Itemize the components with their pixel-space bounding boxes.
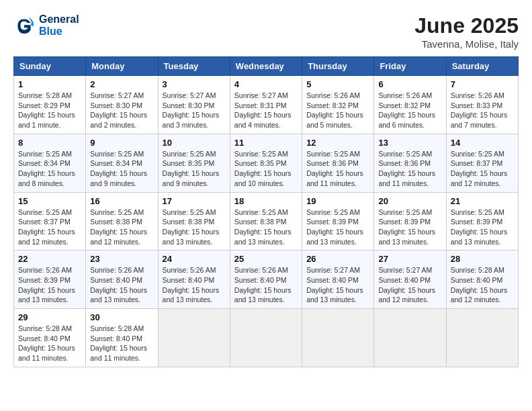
calendar-cell: 23Sunrise: 5:26 AMSunset: 8:40 PMDayligh… (86, 250, 158, 309)
calendar-cell: 22Sunrise: 5:26 AMSunset: 8:39 PMDayligh… (14, 250, 86, 309)
day-number: 29 (18, 312, 81, 322)
calendar-cell: 8Sunrise: 5:25 AMSunset: 8:34 PMDaylight… (14, 134, 86, 192)
day-number: 25 (234, 254, 298, 264)
day-detail: Sunrise: 5:26 AMSunset: 8:39 PMDaylight:… (18, 265, 81, 305)
day-detail: Sunrise: 5:25 AMSunset: 8:34 PMDaylight:… (90, 149, 153, 189)
page-header: General Blue June 2025 Tavenna, Molise, … (13, 13, 519, 50)
calendar-cell: 27Sunrise: 5:27 AMSunset: 8:40 PMDayligh… (374, 250, 446, 309)
day-detail: Sunrise: 5:25 AMSunset: 8:39 PMDaylight:… (306, 208, 369, 247)
day-detail: Sunrise: 5:25 AMSunset: 8:38 PMDaylight:… (234, 208, 298, 247)
day-number: 17 (163, 196, 226, 206)
calendar-cell: 19Sunrise: 5:25 AMSunset: 8:39 PMDayligh… (302, 192, 374, 250)
location-title: Tavenna, Molise, Italy (414, 38, 519, 50)
day-detail: Sunrise: 5:28 AMSunset: 8:40 PMDaylight:… (18, 324, 81, 363)
calendar-cell: 29Sunrise: 5:28 AMSunset: 8:40 PMDayligh… (14, 309, 86, 367)
day-detail: Sunrise: 5:25 AMSunset: 8:34 PMDaylight:… (18, 149, 81, 189)
day-detail: Sunrise: 5:26 AMSunset: 8:32 PMDaylight:… (378, 91, 441, 130)
calendar-header-row: SundayMondayTuesdayWednesdayThursdayFrid… (14, 57, 519, 76)
day-number: 16 (90, 196, 153, 206)
day-number: 26 (306, 254, 369, 264)
day-number: 15 (18, 196, 81, 206)
day-number: 6 (378, 79, 441, 89)
day-detail: Sunrise: 5:25 AMSunset: 8:35 PMDaylight:… (163, 149, 226, 189)
day-number: 1 (18, 79, 81, 89)
day-detail: Sunrise: 5:26 AMSunset: 8:33 PMDaylight:… (451, 91, 514, 130)
day-number: 30 (90, 312, 153, 322)
weekday-header: Monday (86, 57, 158, 76)
day-number: 18 (234, 196, 298, 206)
day-number: 24 (163, 254, 226, 264)
weekday-header: Saturday (446, 57, 518, 76)
calendar-cell: 25Sunrise: 5:26 AMSunset: 8:40 PMDayligh… (230, 250, 302, 309)
calendar-cell: 17Sunrise: 5:25 AMSunset: 8:38 PMDayligh… (158, 192, 230, 250)
day-detail: Sunrise: 5:25 AMSunset: 8:36 PMDaylight:… (378, 149, 441, 189)
calendar-cell (446, 309, 518, 367)
calendar-cell: 12Sunrise: 5:25 AMSunset: 8:36 PMDayligh… (302, 134, 374, 192)
calendar-cell: 15Sunrise: 5:25 AMSunset: 8:37 PMDayligh… (14, 192, 86, 250)
calendar-cell: 7Sunrise: 5:26 AMSunset: 8:33 PMDaylight… (446, 76, 518, 134)
day-detail: Sunrise: 5:25 AMSunset: 8:36 PMDaylight:… (306, 149, 369, 189)
calendar-cell: 5Sunrise: 5:26 AMSunset: 8:32 PMDaylight… (302, 76, 374, 134)
calendar-cell (158, 309, 230, 367)
day-number: 23 (90, 254, 153, 264)
day-detail: Sunrise: 5:28 AMSunset: 8:40 PMDaylight:… (451, 265, 514, 305)
day-detail: Sunrise: 5:25 AMSunset: 8:35 PMDaylight:… (234, 149, 298, 189)
calendar-cell: 16Sunrise: 5:25 AMSunset: 8:38 PMDayligh… (86, 192, 158, 250)
calendar-cell (230, 309, 302, 367)
day-detail: Sunrise: 5:25 AMSunset: 8:39 PMDaylight:… (451, 208, 514, 247)
calendar-cell: 28Sunrise: 5:28 AMSunset: 8:40 PMDayligh… (446, 250, 518, 309)
day-number: 20 (378, 196, 441, 206)
day-number: 28 (451, 254, 514, 264)
day-detail: Sunrise: 5:28 AMSunset: 8:29 PMDaylight:… (18, 91, 81, 130)
day-detail: Sunrise: 5:25 AMSunset: 8:38 PMDaylight:… (90, 208, 153, 247)
calendar-cell: 6Sunrise: 5:26 AMSunset: 8:32 PMDaylight… (374, 76, 446, 134)
calendar-cell: 18Sunrise: 5:25 AMSunset: 8:38 PMDayligh… (230, 192, 302, 250)
day-number: 11 (234, 138, 298, 148)
calendar-cell (302, 309, 374, 367)
logo-icon (13, 15, 35, 36)
day-number: 3 (163, 79, 226, 89)
day-number: 14 (451, 138, 514, 148)
day-detail: Sunrise: 5:25 AMSunset: 8:37 PMDaylight:… (451, 149, 514, 189)
month-title: June 2025 (414, 13, 519, 38)
title-section: June 2025 Tavenna, Molise, Italy (414, 13, 519, 50)
day-number: 19 (306, 196, 369, 206)
calendar-cell: 20Sunrise: 5:25 AMSunset: 8:39 PMDayligh… (374, 192, 446, 250)
calendar-cell: 3Sunrise: 5:27 AMSunset: 8:30 PMDaylight… (158, 76, 230, 134)
day-detail: Sunrise: 5:27 AMSunset: 8:40 PMDaylight:… (306, 265, 369, 305)
day-detail: Sunrise: 5:27 AMSunset: 8:30 PMDaylight:… (90, 91, 153, 130)
calendar-cell: 14Sunrise: 5:25 AMSunset: 8:37 PMDayligh… (446, 134, 518, 192)
calendar-body: 1Sunrise: 5:28 AMSunset: 8:29 PMDaylight… (14, 76, 519, 367)
day-detail: Sunrise: 5:25 AMSunset: 8:37 PMDaylight:… (18, 208, 81, 247)
weekday-header: Friday (374, 57, 446, 76)
calendar-cell: 2Sunrise: 5:27 AMSunset: 8:30 PMDaylight… (86, 76, 158, 134)
calendar-cell: 11Sunrise: 5:25 AMSunset: 8:35 PMDayligh… (230, 134, 302, 192)
calendar-table: SundayMondayTuesdayWednesdayThursdayFrid… (13, 56, 519, 367)
day-detail: Sunrise: 5:26 AMSunset: 8:32 PMDaylight:… (306, 91, 369, 130)
day-detail: Sunrise: 5:27 AMSunset: 8:40 PMDaylight:… (378, 265, 441, 305)
day-detail: Sunrise: 5:25 AMSunset: 8:38 PMDaylight:… (163, 208, 226, 247)
day-number: 7 (451, 79, 514, 89)
calendar-cell: 24Sunrise: 5:26 AMSunset: 8:40 PMDayligh… (158, 250, 230, 309)
calendar-cell: 26Sunrise: 5:27 AMSunset: 8:40 PMDayligh… (302, 250, 374, 309)
weekday-header: Thursday (302, 57, 374, 76)
calendar-cell (374, 309, 446, 367)
day-number: 9 (90, 138, 153, 148)
day-detail: Sunrise: 5:27 AMSunset: 8:30 PMDaylight:… (163, 91, 226, 130)
day-detail: Sunrise: 5:25 AMSunset: 8:39 PMDaylight:… (378, 208, 441, 247)
day-detail: Sunrise: 5:26 AMSunset: 8:40 PMDaylight:… (234, 265, 298, 305)
day-number: 10 (163, 138, 226, 148)
calendar-cell: 4Sunrise: 5:27 AMSunset: 8:31 PMDaylight… (230, 76, 302, 134)
calendar-cell: 1Sunrise: 5:28 AMSunset: 8:29 PMDaylight… (14, 76, 86, 134)
day-number: 5 (306, 79, 369, 89)
day-detail: Sunrise: 5:28 AMSunset: 8:40 PMDaylight:… (90, 324, 153, 363)
day-number: 4 (234, 79, 298, 89)
day-number: 27 (378, 254, 441, 264)
day-number: 2 (90, 79, 153, 89)
day-number: 8 (18, 138, 81, 148)
day-number: 13 (378, 138, 441, 148)
weekday-header: Wednesday (230, 57, 302, 76)
calendar-cell: 30Sunrise: 5:28 AMSunset: 8:40 PMDayligh… (86, 309, 158, 367)
day-number: 22 (18, 254, 81, 264)
calendar-cell: 21Sunrise: 5:25 AMSunset: 8:39 PMDayligh… (446, 192, 518, 250)
